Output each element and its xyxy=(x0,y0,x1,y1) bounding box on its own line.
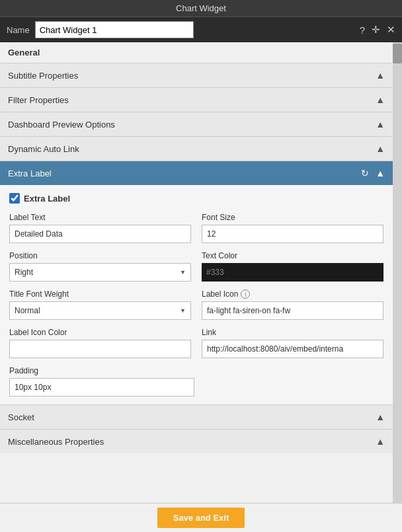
refresh-icon[interactable]: ↻ xyxy=(361,168,369,178)
padding-group: Padding xyxy=(9,366,383,397)
label-icon-info-icon[interactable]: i xyxy=(241,289,250,299)
font-size-label: Font Size xyxy=(202,213,383,222)
filter-properties-section[interactable]: Filter Properties ▲ xyxy=(0,87,393,112)
extra-label-checkbox[interactable] xyxy=(9,193,20,204)
extra-label-chevron-icon: ▲ xyxy=(376,168,385,178)
link-input[interactable] xyxy=(202,340,383,358)
header: Name ? ✛ ✕ xyxy=(0,17,402,42)
miscellaneous-section[interactable]: Miscellaneous Properties ▲ xyxy=(0,429,393,453)
subtitle-properties-label: Subtitle Properties xyxy=(8,71,78,81)
label-icon-color-group: Label Icon Color xyxy=(9,328,191,358)
dashboard-preview-label: Dashboard Preview Options xyxy=(8,120,115,130)
dynamic-auto-link-label: Dynamic Auto Link xyxy=(8,144,79,154)
move-icon[interactable]: ✛ xyxy=(372,24,380,36)
dynamic-chevron-icon: ▲ xyxy=(376,143,385,154)
save-exit-button[interactable]: Save and Exit xyxy=(157,508,245,528)
position-group: Position Left Right Center xyxy=(9,251,191,282)
general-section-label: General xyxy=(0,42,393,63)
scroll-thumb[interactable] xyxy=(393,44,402,63)
socket-label: Socket xyxy=(8,412,34,422)
extra-label-section-label: Extra Label xyxy=(8,169,52,178)
label-text-group: Label Text xyxy=(9,213,191,243)
font-weight-group: Title Font Weight Normal Bold Italic xyxy=(9,289,191,320)
widget-name-input[interactable] xyxy=(35,21,194,38)
text-color-group: Text Color xyxy=(202,251,383,282)
label-icon-input[interactable] xyxy=(202,301,383,320)
dynamic-auto-link-section[interactable]: Dynamic Auto Link ▲ xyxy=(0,136,393,161)
font-weight-label: Title Font Weight xyxy=(9,289,191,299)
extra-label-checkbox-row: Extra Label xyxy=(9,193,383,204)
socket-section[interactable]: Socket ▲ xyxy=(0,404,393,429)
position-select[interactable]: Left Right Center xyxy=(9,263,191,282)
main-content: General Subtitle Properties ▲ Filter Pro… xyxy=(0,42,393,453)
position-label: Position xyxy=(9,251,191,260)
form-grid: Label Text Font Size Position Left Right… xyxy=(9,213,383,397)
window-title-bar: Chart Widget xyxy=(0,0,402,17)
font-size-group: Font Size xyxy=(202,213,383,243)
text-color-label: Text Color xyxy=(202,251,383,260)
misc-chevron-icon: ▲ xyxy=(376,436,385,447)
font-weight-select-wrapper: Normal Bold Italic xyxy=(9,301,191,320)
text-color-input[interactable] xyxy=(202,263,383,282)
scrollbar[interactable] xyxy=(393,42,402,503)
label-icon-color-input[interactable] xyxy=(9,340,191,358)
dashboard-preview-section[interactable]: Dashboard Preview Options ▲ xyxy=(0,112,393,136)
padding-input[interactable] xyxy=(9,378,194,397)
dashboard-chevron-icon: ▲ xyxy=(376,119,385,130)
extra-label-checkbox-label: Extra Label xyxy=(24,194,70,204)
subtitle-chevron-icon: ▲ xyxy=(376,70,385,81)
link-group: Link xyxy=(202,328,383,358)
window-title: Chart Widget xyxy=(176,3,226,13)
label-icon-group: Label Icon i xyxy=(202,289,383,320)
label-text-input[interactable] xyxy=(9,225,191,243)
label-icon-color-label: Label Icon Color xyxy=(9,328,191,337)
socket-chevron-icon: ▲ xyxy=(376,412,385,422)
position-select-wrapper: Left Right Center xyxy=(9,263,191,282)
font-weight-select[interactable]: Normal Bold Italic xyxy=(9,301,191,320)
close-icon[interactable]: ✕ xyxy=(387,24,395,36)
header-icons: ? ✛ ✕ xyxy=(360,24,395,36)
filter-chevron-icon: ▲ xyxy=(376,95,385,105)
extra-label-form: Extra Label Label Text Font Size Positio… xyxy=(0,185,393,404)
footer-bar: Save and Exit xyxy=(0,503,402,532)
name-label: Name xyxy=(7,25,30,35)
font-size-input[interactable] xyxy=(202,225,383,243)
label-icon-label: Label Icon i xyxy=(202,289,383,299)
label-text-label: Label Text xyxy=(9,213,191,222)
subtitle-properties-section[interactable]: Subtitle Properties ▲ xyxy=(0,63,393,87)
extra-label-section-header[interactable]: Extra Label ↻ ▲ xyxy=(0,161,393,185)
help-icon[interactable]: ? xyxy=(360,24,365,36)
miscellaneous-label: Miscellaneous Properties xyxy=(8,437,104,447)
filter-properties-label: Filter Properties xyxy=(8,95,69,105)
link-label: Link xyxy=(202,328,383,337)
padding-label: Padding xyxy=(9,366,383,375)
